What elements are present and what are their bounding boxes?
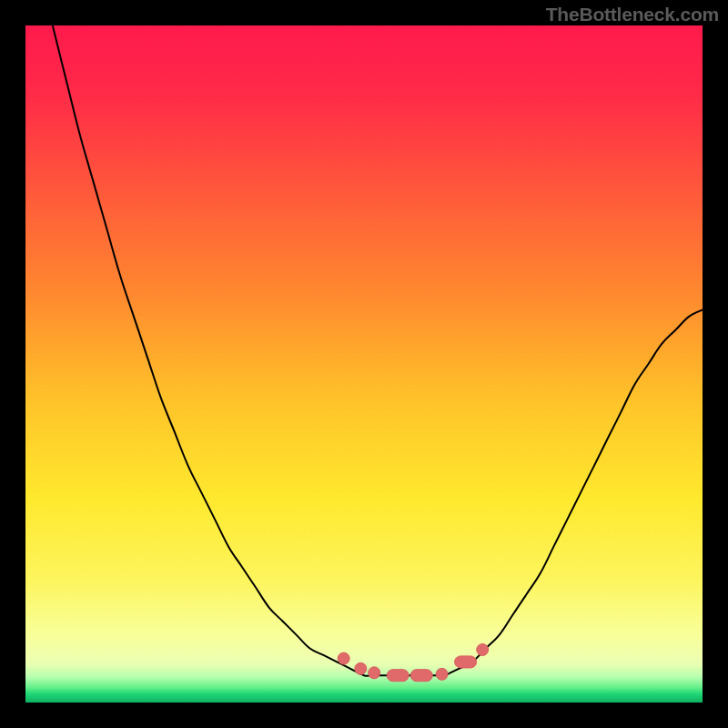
plot-area bbox=[25, 25, 703, 703]
curve-marker bbox=[455, 656, 477, 668]
curve-marker bbox=[369, 667, 380, 679]
curve-marker bbox=[477, 644, 489, 656]
curve-marker bbox=[338, 652, 349, 664]
marker-group bbox=[338, 644, 489, 682]
chart-canvas bbox=[25, 25, 703, 703]
watermark-text: TheBottleneck.com bbox=[546, 4, 719, 25]
curve-marker bbox=[387, 670, 409, 682]
outer-frame: TheBottleneck.com bbox=[0, 0, 728, 728]
curve-marker bbox=[355, 662, 367, 674]
right-curve bbox=[445, 310, 703, 676]
left-curve bbox=[53, 25, 378, 676]
curve-marker bbox=[410, 670, 432, 682]
curve-marker bbox=[436, 668, 448, 680]
